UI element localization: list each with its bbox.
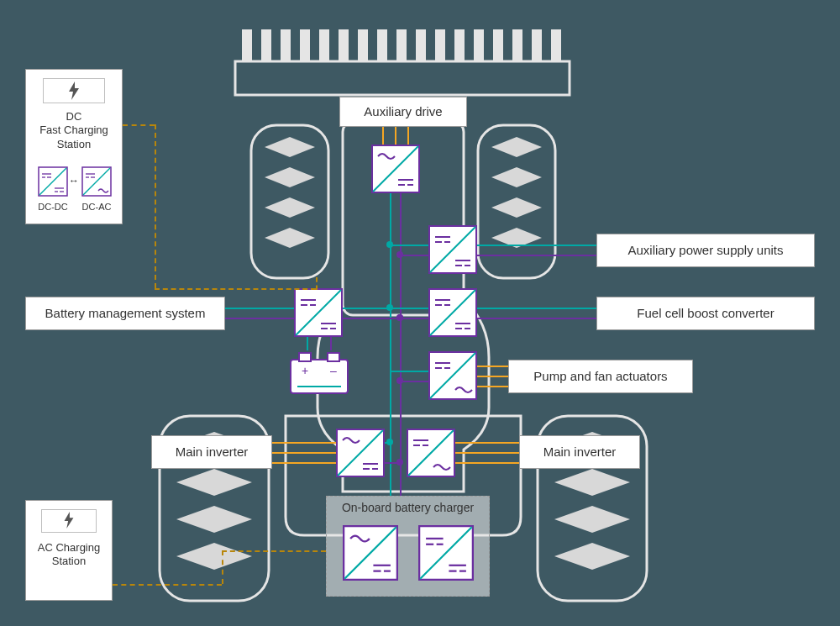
wheel-front-left-icon — [248, 122, 332, 281]
svg-rect-16 — [532, 29, 542, 61]
bus-teal — [390, 193, 391, 479]
auxdrive-orange3 — [407, 127, 409, 145]
dc-station-text: DC Fast Charging Station — [26, 110, 122, 151]
svg-text:+: + — [302, 364, 308, 377]
dc-dash-2 — [155, 124, 156, 288]
svg-rect-73 — [291, 360, 348, 393]
auxdrive-orange1 — [382, 127, 384, 145]
obc-title: On-board battery charger — [326, 501, 490, 514]
svg-marker-33 — [176, 543, 252, 570]
svg-rect-9 — [396, 29, 407, 61]
svg-rect-7 — [358, 29, 368, 61]
svg-rect-6 — [339, 29, 349, 61]
svg-marker-102 — [69, 82, 79, 100]
node-auxpsu-teal — [386, 241, 393, 248]
svg-marker-116 — [65, 512, 74, 529]
svg-marker-23 — [265, 228, 315, 248]
label-aux-psu: Auxiliary power supply units — [596, 234, 815, 267]
bolt-icon — [67, 82, 81, 100]
dc-dash-4 — [316, 277, 318, 290]
svg-marker-26 — [491, 167, 542, 187]
label-bms: Battery management system — [25, 297, 225, 330]
bms-teal-to-bus — [343, 308, 391, 309]
svg-marker-36 — [554, 469, 630, 496]
node-auxpsu-purple — [396, 251, 403, 258]
svg-rect-1 — [242, 29, 252, 61]
wheel-front-right-icon — [475, 122, 559, 281]
obc-purple — [400, 477, 402, 496]
obc-teal — [390, 477, 391, 496]
svg-rect-75 — [328, 353, 339, 361]
ac-dash-1 — [113, 584, 222, 586]
node-bms-purple — [396, 314, 403, 321]
auxpsu-teal-to-bus — [391, 245, 428, 246]
converter-pump-fan-icon — [428, 351, 477, 400]
svg-rect-0 — [235, 61, 570, 95]
converter-obc-right-icon — [418, 525, 474, 581]
mil-or1 — [271, 442, 336, 444]
fc-purple-to-bus — [402, 318, 428, 319]
bat-teal-down — [307, 337, 308, 350]
ac-dash-3 — [222, 550, 326, 552]
node-pf-purple — [396, 377, 403, 384]
svg-rect-4 — [300, 29, 310, 61]
ac-station-text: AC Charging Station — [26, 541, 112, 569]
combine-bucket-icon — [230, 21, 575, 97]
dc-charging-station: DC Fast Charging Station ↔ DC-DC DC-AC — [25, 69, 123, 224]
svg-marker-25 — [491, 137, 542, 157]
bus-purple — [400, 193, 402, 479]
svg-rect-15 — [512, 29, 522, 61]
node-mi-purple — [396, 459, 403, 466]
mini-dc-ac-icon — [81, 166, 112, 197]
svg-marker-31 — [176, 469, 252, 496]
label-main-inverter-right: Main inverter — [519, 435, 640, 469]
svg-rect-12 — [454, 29, 465, 61]
label-main-inverter-left: Main inverter — [151, 435, 272, 469]
svg-rect-10 — [416, 29, 426, 61]
svg-marker-21 — [265, 167, 315, 187]
svg-rect-17 — [551, 29, 561, 61]
converter-aux-psu-icon — [428, 225, 477, 274]
svg-rect-13 — [474, 29, 484, 61]
ac-charging-station: AC Charging Station — [25, 500, 113, 601]
auxdrive-orange2 — [395, 127, 396, 145]
mir-or3 — [455, 462, 520, 464]
converter-main-inverter-right-icon — [407, 429, 455, 477]
svg-rect-2 — [261, 29, 271, 61]
mil-or3 — [271, 462, 336, 464]
battery-pack-icon: + – — [289, 350, 349, 395]
mini-dc-ac-label: DC-AC — [81, 202, 112, 212]
dc-dash-3 — [155, 288, 316, 290]
svg-marker-27 — [491, 197, 542, 218]
mir-or2 — [455, 452, 520, 454]
pf-teal-to-bus — [391, 371, 428, 372]
label-fuel-cell: Fuel cell boost converter — [596, 297, 815, 330]
converter-fuel-cell-icon — [428, 288, 477, 337]
auxpsu-purple-out — [477, 255, 596, 256]
auxpsu-teal-out — [477, 245, 596, 246]
dc-dash-1 — [123, 124, 155, 126]
svg-marker-20 — [265, 137, 315, 157]
converter-aux-drive-icon — [371, 145, 420, 193]
bms-teal-out — [225, 308, 294, 309]
mini-dc-dc-label: DC-DC — [38, 202, 68, 212]
svg-rect-3 — [281, 29, 291, 61]
svg-rect-11 — [435, 29, 445, 61]
svg-marker-32 — [176, 506, 252, 533]
diagram-stage: + – On-board battery charger — [0, 0, 840, 626]
converter-obc-left-icon — [343, 525, 398, 581]
bms-purple-to-bus — [343, 318, 402, 319]
node-mi-teal — [386, 439, 393, 445]
mini-dc-dc-icon — [38, 166, 68, 197]
converter-bms-icon — [294, 288, 343, 337]
pf-purple-to-bus — [402, 381, 428, 382]
bms-purple-out — [225, 318, 294, 319]
svg-marker-37 — [554, 506, 630, 533]
converter-main-inverter-left-icon — [336, 429, 385, 477]
svg-marker-22 — [265, 197, 315, 218]
pf-orange3 — [477, 386, 509, 387]
ac-dash-2 — [222, 550, 223, 584]
mini-bidir-arrow-icon: ↔ — [69, 175, 79, 187]
mil-or2 — [271, 452, 336, 454]
bolt2-icon — [63, 512, 76, 529]
